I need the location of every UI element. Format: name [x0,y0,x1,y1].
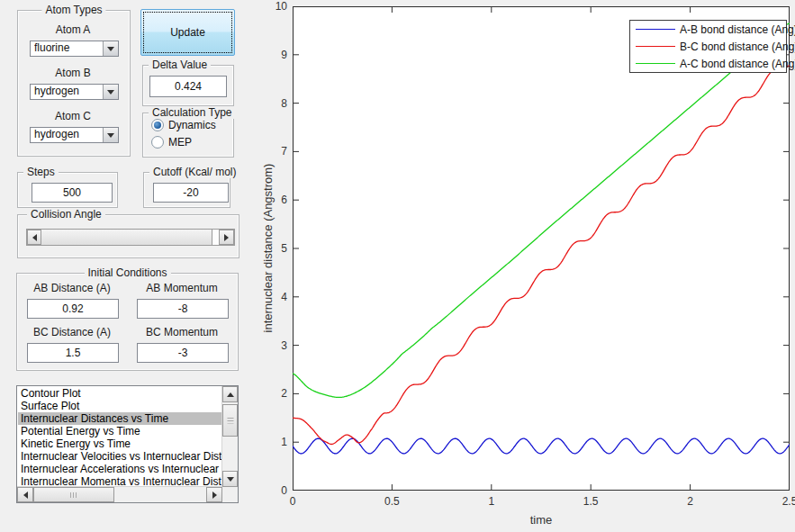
legend-line-sample [636,29,675,30]
x-tick-label: 0.5 [372,495,411,508]
legend-line-sample [636,63,675,64]
x-tick-label: 2 [671,495,710,508]
x-tick-label: 0 [273,495,312,508]
axes-canvas [293,6,790,491]
y-tick-label: 10 [257,0,287,13]
x-axis-label: time [451,513,631,527]
x-tick-label: 1.5 [571,495,610,508]
x-tick-label: 1 [472,495,511,508]
y-tick-label: 4 [257,291,287,303]
y-tick-label: 7 [257,145,287,158]
y-tick-label: 6 [257,194,287,206]
y-tick-label: 1 [257,436,287,448]
legend-line-sample [636,46,675,47]
legend: A-B bond distance (Ang)B-C bond distance… [629,20,787,73]
x-tick-label: 2.5 [770,495,795,508]
plot-region: internuclear distance (Angstrom) time A-… [0,0,795,532]
legend-label: A-C bond distance (Ang) [680,58,795,70]
y-tick-label: 3 [257,339,287,352]
legend-label: B-C bond distance (Ang) [680,41,795,53]
legend-entry: A-C bond distance (Ang) [630,55,786,72]
y-tick-label: 9 [257,49,287,61]
y-tick-label: 2 [257,387,287,400]
app-window: { "panels": { "atom_types": { "title": "… [0,0,795,532]
y-tick-label: 5 [257,242,287,255]
legend-label: A-B bond distance (Ang) [680,23,795,36]
y-tick-label: 8 [257,97,287,110]
legend-entry: B-C bond distance (Ang) [630,38,786,55]
legend-entry: A-B bond distance (Ang) [630,21,786,38]
